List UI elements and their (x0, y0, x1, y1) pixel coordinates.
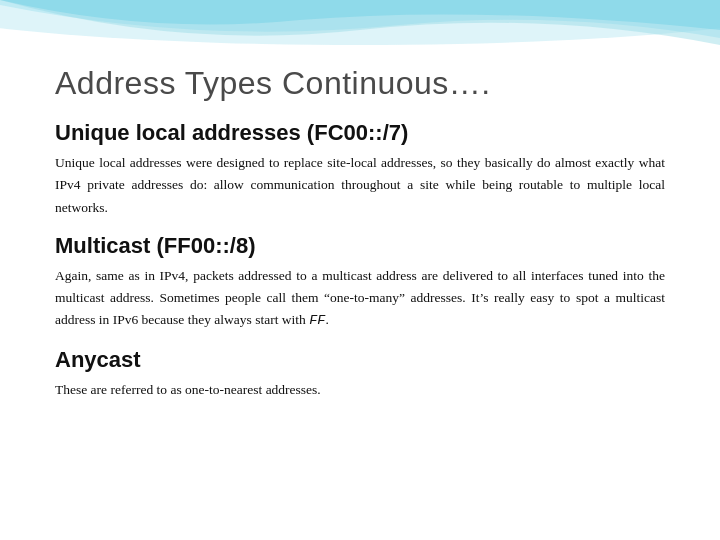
multicast-body-text2: . (325, 312, 328, 327)
multicast-heading: Multicast (FF00::/8) (55, 233, 665, 259)
unique-local-heading: Unique local addresses (FC00::/7) (55, 120, 665, 146)
slide-title: Address Types Continuous…. (55, 65, 665, 102)
multicast-body-text1: Again, same as in IPv4, packets addresse… (55, 268, 665, 328)
multicast-body: Again, same as in IPv4, packets addresse… (55, 265, 665, 333)
multicast-ff-code: FF (309, 313, 325, 328)
unique-local-body: Unique local addresses were designed to … (55, 152, 665, 219)
anycast-body: These are referred to as one-to-nearest … (55, 379, 665, 401)
anycast-heading: Anycast (55, 347, 665, 373)
content-area: Address Types Continuous…. Unique local … (0, 0, 720, 435)
